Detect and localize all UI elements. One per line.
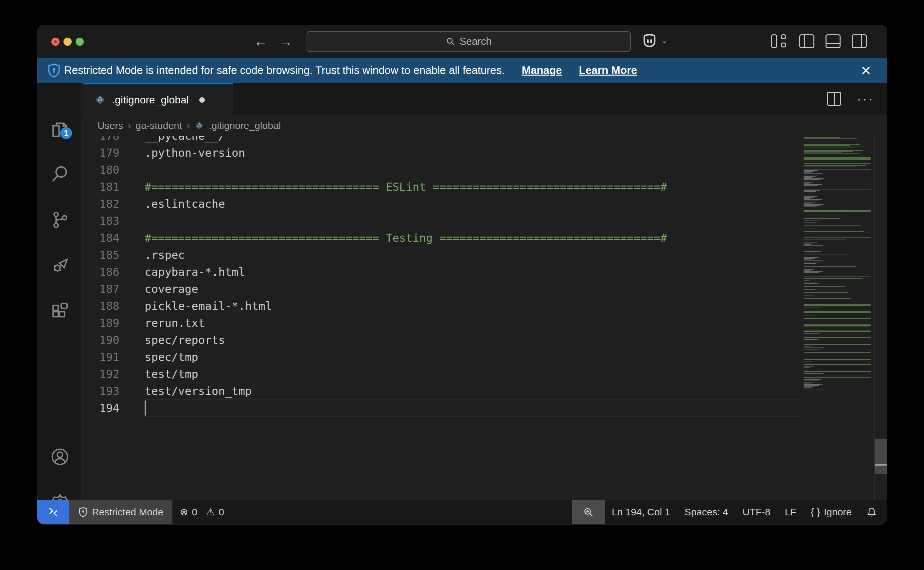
title-bar: ← → Search ⌄ — [37, 25, 887, 58]
customize-layout-button[interactable] — [771, 34, 788, 48]
code-line[interactable]: 180 — [82, 161, 887, 178]
code-text: spec/tmp — [145, 351, 198, 363]
toggle-primary-sidebar-button[interactable] — [799, 34, 814, 48]
line-number: 183 — [82, 215, 120, 227]
code-text: .rspec — [145, 248, 185, 262]
zoom-indicator-button[interactable] — [572, 500, 605, 524]
line-number: 179 — [82, 146, 120, 159]
search-placeholder: Search — [460, 36, 492, 48]
line-number: 181 — [82, 180, 120, 193]
close-window-button[interactable] — [51, 38, 60, 46]
line-number: 188 — [82, 299, 120, 313]
warning-icon: ⚠ — [206, 506, 215, 518]
line-number: 194 — [82, 401, 120, 415]
sidebar-item-run-debug[interactable] — [37, 247, 82, 283]
code-line[interactable]: 182.eslintcache — [82, 195, 887, 212]
line-number: 193 — [82, 385, 120, 398]
line-number: 190 — [82, 333, 120, 346]
search-icon — [446, 37, 455, 46]
indentation-button[interactable]: Spaces: 4 — [677, 500, 735, 524]
code-line[interactable]: 191spec/tmp — [82, 348, 887, 366]
workspace-trust-shield-icon — [47, 63, 61, 78]
cursor-position-button[interactable]: Ln 194, Col 1 — [605, 500, 677, 524]
line-number: 187 — [82, 282, 120, 296]
learn-more-link[interactable]: Learn More — [579, 64, 637, 77]
breadcrumb-item-ga-student[interactable]: ga-student — [135, 120, 182, 131]
encoding-button[interactable]: UTF-8 — [736, 500, 778, 524]
code-line[interactable]: 181#================================== E… — [82, 178, 887, 195]
code-editor[interactable]: 178__pycache__/179.python-version180181#… — [82, 136, 887, 500]
command-center-search[interactable]: Search — [306, 31, 631, 52]
workbench: 1 — [37, 83, 887, 500]
navigate-back-icon[interactable]: ← — [254, 34, 268, 49]
code-text: test/version_tmp — [145, 385, 252, 398]
code-line[interactable]: 194 — [82, 400, 887, 417]
editor-scrollbar[interactable] — [874, 136, 887, 500]
manage-link[interactable]: Manage — [521, 64, 562, 77]
code-text: .eslintcache — [145, 197, 225, 210]
breadcrumb-separator-icon: › — [127, 120, 131, 131]
code-line[interactable]: 192test/tmp — [82, 366, 887, 383]
code-line[interactable]: 178__pycache__/ — [82, 136, 887, 144]
editor-region: .gitignore_global ··· Users › ga-student… — [82, 83, 887, 500]
code-text: #================================== ESLi… — [145, 180, 667, 193]
more-actions-icon[interactable]: ··· — [857, 95, 874, 102]
code-line[interactable]: 190spec/reports — [82, 331, 887, 348]
restricted-mode-status-button[interactable]: Restricted Mode — [69, 500, 172, 524]
breadcrumb-separator-icon: › — [187, 120, 190, 131]
remote-indicator-button[interactable] — [37, 500, 69, 524]
eol-button[interactable]: LF — [778, 500, 804, 524]
line-number: 192 — [82, 368, 120, 380]
text-cursor — [145, 400, 146, 415]
zoom-window-button[interactable] — [75, 38, 84, 46]
code-line[interactable]: 179.python-version — [82, 144, 887, 161]
braces-icon: { } — [811, 507, 820, 518]
chevron-down-icon: ⌄ — [660, 37, 668, 44]
minimize-window-button[interactable] — [63, 38, 72, 46]
copilot-icon — [641, 33, 658, 49]
banner-close-icon[interactable]: ✕ — [860, 63, 871, 78]
copilot-menu[interactable]: ⌄ — [641, 33, 668, 49]
problems-button[interactable]: ⊗ 0 ⚠ 0 — [172, 500, 231, 524]
code-line[interactable]: 185.rspec — [82, 247, 887, 264]
tab-label: .gitignore_global — [112, 94, 189, 106]
code-line[interactable]: 189rerun.txt — [82, 314, 887, 331]
code-text: __pycache__/ — [145, 136, 225, 142]
activity-bar: 1 — [37, 83, 82, 500]
breadcrumb-item-file[interactable]: .gitignore_global — [209, 120, 281, 131]
line-number: 186 — [82, 265, 120, 279]
toggle-panel-button[interactable] — [826, 34, 841, 48]
warning-count: 0 — [219, 507, 224, 518]
line-number: 185 — [82, 248, 120, 262]
toggle-secondary-sidebar-button[interactable] — [852, 34, 867, 48]
restricted-mode-banner: Restricted Mode is intended for safe cod… — [37, 58, 887, 83]
code-line[interactable]: 193test/version_tmp — [82, 383, 887, 400]
breadcrumb-item-users[interactable]: Users — [98, 120, 123, 131]
minimap[interactable] — [804, 137, 874, 500]
error-icon: ⊗ — [179, 506, 188, 518]
sidebar-item-source-control[interactable] — [37, 202, 82, 238]
sidebar-item-extensions[interactable] — [37, 293, 82, 329]
notifications-bell-icon[interactable] — [859, 500, 887, 524]
code-text: #================================== Test… — [145, 231, 667, 244]
split-editor-icon[interactable] — [827, 92, 841, 106]
code-line[interactable]: 183 — [82, 212, 887, 229]
modified-dot-icon[interactable] — [199, 97, 205, 103]
accounts-icon[interactable] — [37, 439, 82, 475]
explorer-badge: 1 — [60, 127, 72, 139]
sidebar-item-explorer[interactable]: 1 — [37, 112, 82, 147]
scrollbar-thumb[interactable] — [875, 439, 887, 474]
line-number: 178 — [82, 136, 120, 142]
code-line[interactable]: 188pickle-email-*.html — [82, 297, 887, 314]
line-number: 191 — [82, 351, 120, 363]
line-number: 180 — [82, 163, 120, 176]
code-line[interactable]: 187coverage — [82, 280, 887, 297]
navigate-forward-icon[interactable]: → — [279, 34, 293, 49]
code-line[interactable]: 184#================================== T… — [82, 229, 887, 247]
language-mode-button[interactable]: { } Ignore — [804, 500, 859, 524]
line-number: 184 — [82, 231, 120, 244]
sidebar-item-search[interactable] — [37, 156, 82, 192]
code-text: coverage — [145, 282, 198, 296]
tab-gitignore-global[interactable]: .gitignore_global — [83, 83, 233, 115]
code-line[interactable]: 186capybara-*.html — [82, 264, 887, 280]
